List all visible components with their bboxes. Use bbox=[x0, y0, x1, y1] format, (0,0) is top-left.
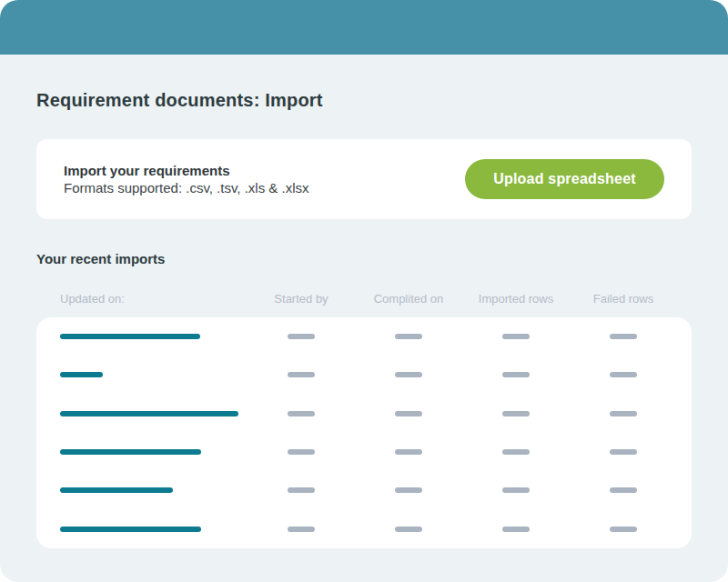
placeholder-bar bbox=[288, 334, 315, 339]
placeholder-bar bbox=[610, 487, 637, 493]
placeholder-bar bbox=[502, 487, 530, 493]
column-header-updated-on: Updated on: bbox=[60, 292, 248, 306]
column-header-started-by: Started by bbox=[274, 292, 328, 306]
updated-on-placeholder-bar bbox=[60, 527, 201, 532]
recent-imports-heading: Your recent imports bbox=[36, 253, 692, 266]
table-row bbox=[36, 510, 692, 548]
import-card-text: Import your requirements Formats support… bbox=[64, 162, 309, 196]
placeholder-bar bbox=[395, 487, 422, 493]
page-title: Requirement documents: Import bbox=[36, 91, 692, 109]
import-card: Import your requirements Formats support… bbox=[36, 139, 692, 219]
table-row bbox=[36, 433, 692, 471]
placeholder-bar bbox=[610, 372, 637, 377]
placeholder-bar bbox=[395, 527, 422, 532]
placeholder-bar bbox=[288, 527, 315, 532]
imports-table-header: Updated on: Started by Complited on Impo… bbox=[36, 292, 692, 305]
placeholder-bar bbox=[288, 487, 315, 493]
column-header-failed-rows: Failed rows bbox=[593, 292, 653, 306]
placeholder-bar bbox=[288, 449, 315, 455]
table-row bbox=[36, 317, 692, 356]
import-card-heading: Import your requirements bbox=[64, 162, 309, 179]
placeholder-bar bbox=[502, 334, 530, 339]
placeholder-bar bbox=[395, 411, 422, 416]
column-header-imported-rows: Imported rows bbox=[479, 292, 553, 306]
updated-on-placeholder-bar bbox=[60, 487, 173, 493]
placeholder-bar bbox=[610, 334, 637, 339]
placeholder-bar bbox=[502, 411, 530, 416]
table-row bbox=[36, 471, 692, 509]
placeholder-bar bbox=[502, 449, 530, 455]
app-header-bar bbox=[0, 0, 728, 55]
upload-spreadsheet-button[interactable]: Upload spreadsheet bbox=[465, 159, 664, 199]
placeholder-bar bbox=[502, 372, 530, 377]
placeholder-bar bbox=[395, 372, 422, 377]
updated-on-placeholder-bar bbox=[60, 334, 200, 339]
placeholder-bar bbox=[395, 449, 422, 455]
placeholder-bar bbox=[610, 411, 637, 416]
placeholder-bar bbox=[288, 372, 315, 377]
placeholder-bar bbox=[610, 449, 637, 455]
updated-on-placeholder-bar bbox=[60, 411, 238, 416]
placeholder-bar bbox=[610, 527, 637, 532]
placeholder-bar bbox=[288, 411, 315, 416]
import-card-formats: Formats supported: .csv, .tsv, .xls & .x… bbox=[64, 179, 309, 196]
column-header-completed-on: Complited on bbox=[374, 292, 444, 306]
placeholder-bar bbox=[502, 527, 530, 532]
updated-on-placeholder-bar bbox=[60, 449, 201, 455]
table-row bbox=[36, 356, 692, 394]
placeholder-bar bbox=[395, 334, 422, 339]
app-window: Requirement documents: Import Import you… bbox=[0, 0, 728, 582]
main-content: Requirement documents: Import Import you… bbox=[0, 91, 728, 548]
table-row bbox=[36, 395, 692, 433]
updated-on-placeholder-bar bbox=[60, 372, 103, 377]
imports-table-body bbox=[36, 317, 692, 548]
